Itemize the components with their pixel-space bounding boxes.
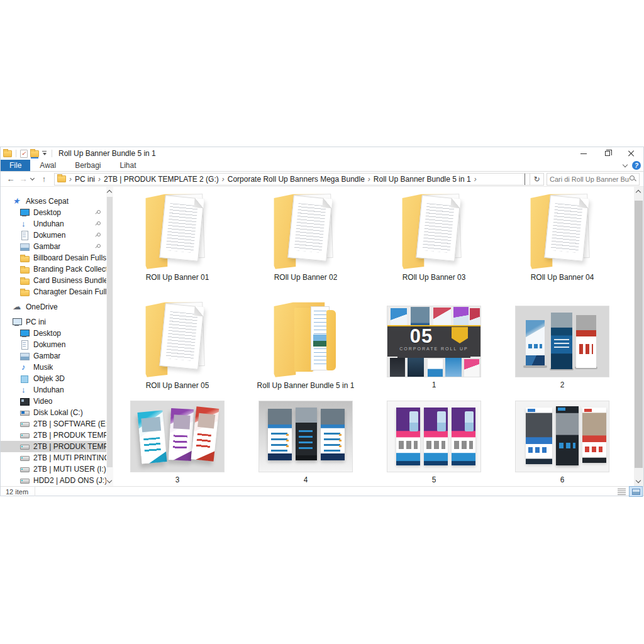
sidebar-item-label: Gambar bbox=[33, 352, 60, 360]
sidebar-item-dokumen-pc[interactable]: Dokumen bbox=[1, 339, 106, 350]
customize-toolbar-dropdown-icon[interactable] bbox=[42, 150, 48, 157]
file-item-roll-up-banner-02[interactable]: ROll Up Banner 02 bbox=[242, 187, 370, 295]
file-item-roll-up-banner-05[interactable]: ROll Up Banner 05 bbox=[113, 295, 242, 399]
file-item-roll-up-banner-01[interactable]: ROll Up Banner 01 bbox=[113, 187, 242, 295]
folder-with-document-icon bbox=[142, 297, 213, 378]
file-item-label: ROll Up Banner 01 bbox=[146, 273, 209, 282]
scroll-up-icon[interactable] bbox=[636, 190, 641, 195]
sidebar-item-drive-e[interactable]: 2TB | SOFTWARE (E:) bbox=[1, 418, 106, 430]
breadcrumb-segment[interactable]: PC ini bbox=[75, 175, 95, 184]
cloud-icon bbox=[12, 302, 22, 312]
close-button[interactable] bbox=[619, 147, 643, 160]
sidebar-item-drive-h[interactable]: 2TB | MUTI PRINTING (H:) bbox=[1, 452, 106, 464]
sidebar-item-label: Gambar bbox=[33, 242, 60, 251]
expand-ribbon-icon[interactable] bbox=[623, 162, 628, 167]
file-item-roll-up-banner-03[interactable]: ROll Up Banner 03 bbox=[370, 187, 498, 295]
file-item-roll-up-banner-04[interactable]: ROll Up Banner 04 bbox=[498, 187, 626, 295]
sidebar-item-card-business[interactable]: Card Business Bundle Pack Selec bbox=[1, 275, 106, 286]
sidebar-item-drive-j[interactable]: HDD2 | ADD ONS (J:) bbox=[1, 475, 106, 486]
tab-lihat[interactable]: Lihat bbox=[111, 160, 146, 171]
sidebar-item-desktop-pc[interactable]: Desktop bbox=[1, 328, 106, 339]
restore-button[interactable] bbox=[596, 147, 619, 160]
sidebar-item-unduhan-pc[interactable]: Unduhan bbox=[1, 384, 106, 396]
sidebar-item-charagter[interactable]: Charagter Desain Full Categori bbox=[1, 286, 106, 297]
file-item-image-6[interactable]: 6 bbox=[498, 399, 626, 486]
scroll-down-icon[interactable] bbox=[107, 478, 112, 483]
star-icon bbox=[12, 196, 22, 206]
sidebar-item-billboard[interactable]: Billboard Desain Fullset Selection bbox=[1, 252, 106, 264]
file-item-bundle-folder[interactable]: Roll Up Banner Bundle 5 in 1 bbox=[242, 295, 370, 399]
scrollbar-thumb[interactable] bbox=[107, 197, 113, 467]
breadcrumb-segment[interactable]: 2TB | PRODUK TEMPLATE 2 (G:) bbox=[104, 175, 219, 184]
address-bar[interactable]: PC ini 2TB | PRODUK TEMPLATE 2 (G:) Corp… bbox=[54, 173, 530, 186]
sidebar-item-label: 2TB | SOFTWARE (E:) bbox=[33, 419, 106, 428]
title-bar: Roll Up Banner Bundle 5 in 1 bbox=[1, 147, 643, 160]
sidebar-item-akses-cepat[interactable]: Akses Cepat bbox=[1, 196, 106, 207]
sidebar-item-drive-i[interactable]: 2TB | MUTI USER (I:) bbox=[1, 464, 106, 475]
file-item-image-5[interactable]: 5 bbox=[370, 399, 498, 486]
sidebar-item-drive-g-selected[interactable]: 2TB | PRODUK TEMPLATE 2 (G:) bbox=[1, 441, 106, 452]
minimize-button[interactable] bbox=[572, 147, 596, 160]
file-item-label: ROll Up Banner 04 bbox=[531, 273, 594, 282]
file-item-image-3[interactable]: 3 bbox=[113, 399, 242, 486]
breadcrumb-segment[interactable]: Roll Up Banner Bundle 5 in 1 bbox=[374, 175, 471, 184]
scroll-up-icon[interactable] bbox=[107, 190, 112, 195]
file-item-label: 6 bbox=[560, 475, 565, 484]
image-thumbnail bbox=[515, 306, 609, 377]
sidebar-item-pc-ini[interactable]: PC ini bbox=[1, 316, 106, 328]
search-input[interactable] bbox=[550, 175, 630, 183]
file-item-image-4[interactable]: 4 bbox=[242, 399, 370, 486]
file-item-image-2[interactable]: 2 bbox=[498, 295, 626, 399]
sidebar-item-dokumen[interactable]: Dokumen bbox=[1, 230, 106, 241]
pin-icon[interactable] bbox=[94, 232, 100, 238]
sidebar-item-unduhan[interactable]: Unduhan bbox=[1, 218, 106, 230]
file-list: ROll Up Banner 01 ROll Up Banner 02 ROll… bbox=[113, 187, 634, 486]
up-button[interactable]: ↑ bbox=[38, 174, 50, 184]
refresh-button[interactable] bbox=[530, 173, 544, 186]
image-thumbnail: 05 CORPORATE ROLL UP BANNER BUNDLE bbox=[387, 306, 481, 377]
pin-icon[interactable] bbox=[94, 243, 100, 250]
file-item-label: Roll Up Banner Bundle 5 in 1 bbox=[257, 381, 355, 390]
address-dropdown-button[interactable] bbox=[520, 174, 530, 185]
sidebar-item-label: 2TB | MUTI USER (I:) bbox=[33, 465, 106, 474]
file-item-label: ROll Up Banner 05 bbox=[146, 381, 209, 390]
tab-berbagi[interactable]: Berbagi bbox=[65, 160, 110, 171]
separator bbox=[52, 150, 52, 157]
thumbnails-view-button[interactable] bbox=[630, 487, 642, 496]
scroll-down-icon[interactable] bbox=[636, 478, 641, 483]
search-icon bbox=[630, 175, 636, 182]
new-folder-icon[interactable] bbox=[30, 150, 39, 157]
pin-icon[interactable] bbox=[94, 221, 100, 227]
tab-file[interactable]: File bbox=[1, 160, 30, 171]
details-view-button[interactable] bbox=[615, 487, 628, 496]
tab-awal[interactable]: Awal bbox=[30, 160, 65, 171]
document-icon bbox=[19, 230, 30, 240]
sidebar-item-objek-3d[interactable]: Objek 3D bbox=[1, 373, 106, 384]
help-icon[interactable] bbox=[632, 161, 641, 170]
sidebar-item-drive-f[interactable]: 2TB | PRODUK TEMPLATE 1 (F:) bbox=[1, 430, 106, 441]
sidebar-scrollbar[interactable] bbox=[106, 187, 113, 486]
pin-icon[interactable] bbox=[94, 209, 100, 216]
breadcrumb-segment[interactable]: Corporate Roll Up Banners Mega Bundle bbox=[228, 175, 365, 184]
properties-icon[interactable] bbox=[20, 150, 28, 158]
file-item-label: 3 bbox=[175, 475, 180, 484]
search-box[interactable] bbox=[547, 173, 640, 186]
content-scrollbar[interactable] bbox=[634, 187, 643, 486]
sidebar-item-gambar-pc[interactable]: Gambar bbox=[1, 350, 106, 362]
forward-button[interactable]: → bbox=[17, 174, 30, 184]
sidebar-item-branding[interactable]: Branding Pack Collection Mega I bbox=[1, 264, 106, 275]
scrollbar-thumb[interactable] bbox=[635, 201, 643, 468]
music-icon bbox=[19, 362, 30, 372]
sidebar-item-musik[interactable]: Musik bbox=[1, 362, 106, 373]
sidebar-item-disk-c[interactable]: Disk Lokal (C:) bbox=[1, 407, 106, 418]
sidebar-item-label: Billboard Desain Fullset Selection bbox=[33, 253, 106, 262]
sidebar-item-gambar[interactable]: Gambar bbox=[1, 241, 106, 252]
sidebar-item-desktop[interactable]: Desktop bbox=[1, 207, 106, 218]
back-button[interactable]: ← bbox=[4, 174, 17, 184]
recent-locations-icon[interactable] bbox=[30, 176, 35, 180]
navigation-bar: ← → ↑ PC ini 2TB | PRODUK TEMPLATE 2 (G:… bbox=[1, 172, 643, 187]
sidebar-item-video[interactable]: Video bbox=[1, 396, 106, 407]
file-item-image-1[interactable]: 05 CORPORATE ROLL UP BANNER BUNDLE 1 bbox=[370, 295, 498, 399]
thumbnail-text: 05 bbox=[387, 325, 455, 348]
sidebar-item-onedrive[interactable]: OneDrive bbox=[1, 301, 106, 313]
